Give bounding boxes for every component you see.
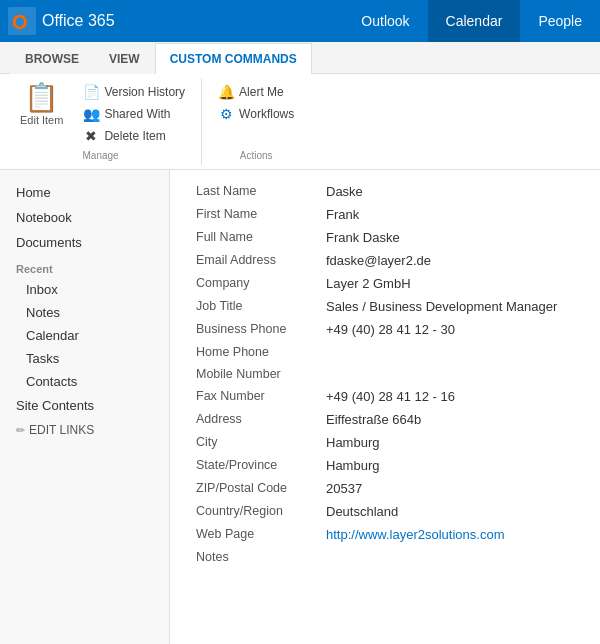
sidebar-item-inbox[interactable]: Inbox	[0, 278, 169, 301]
contact-row: Mobile Number	[190, 363, 580, 385]
nav-people[interactable]: People	[520, 0, 600, 42]
contact-row: Notes	[190, 546, 580, 568]
contact-field-label: Mobile Number	[190, 363, 320, 385]
top-nav-items: Outlook Calendar People	[343, 0, 600, 42]
pencil-icon: ✏	[16, 424, 25, 437]
ribbon-group-actions: 🔔 Alert Me ⚙ Workflows Actions	[202, 78, 310, 165]
contact-field-value: Frank Daske	[320, 226, 580, 249]
contact-field-label: Company	[190, 272, 320, 295]
manage-actions: 📄 Version History 👥 Shared With ✖ Delete…	[79, 82, 189, 146]
contact-row: ZIP/Postal Code20537	[190, 477, 580, 500]
contact-row: Web Pagehttp://www.layer2solutions.com	[190, 523, 580, 546]
contact-row: Home Phone	[190, 341, 580, 363]
contact-field-value[interactable]: http://www.layer2solutions.com	[320, 523, 580, 546]
contact-field-label: Fax Number	[190, 385, 320, 408]
alert-me-icon: 🔔	[218, 84, 234, 100]
contact-field-label: Country/Region	[190, 500, 320, 523]
contact-field-value: Frank	[320, 203, 580, 226]
sidebar-item-notes[interactable]: Notes	[0, 301, 169, 324]
contact-field-value: Layer 2 GmbH	[320, 272, 580, 295]
ribbon-tabs: BROWSE VIEW CUSTOM COMMANDS	[0, 42, 600, 74]
nav-calendar[interactable]: Calendar	[428, 0, 521, 42]
contact-field-value: Hamburg	[320, 431, 580, 454]
shared-with-button[interactable]: 👥 Shared With	[79, 104, 189, 124]
contact-field-value	[320, 546, 580, 568]
contact-field-value: Sales / Business Development Manager	[320, 295, 580, 318]
workflows-icon: ⚙	[218, 106, 234, 122]
contact-field-value: fdaske@layer2.de	[320, 249, 580, 272]
contact-row: CityHamburg	[190, 431, 580, 454]
sidebar-item-notebook[interactable]: Notebook	[0, 205, 169, 230]
version-history-button[interactable]: 📄 Version History	[79, 82, 189, 102]
edit-links-label: EDIT LINKS	[29, 423, 94, 437]
actions-label: Actions	[214, 146, 298, 161]
contact-field-value: Hamburg	[320, 454, 580, 477]
contact-field-label: First Name	[190, 203, 320, 226]
contact-field-value: 20537	[320, 477, 580, 500]
contact-row: Country/RegionDeutschland	[190, 500, 580, 523]
contact-field-label: City	[190, 431, 320, 454]
app-brand: O Office 365	[0, 7, 115, 35]
contact-field-label: Last Name	[190, 180, 320, 203]
sidebar-item-home[interactable]: Home	[0, 180, 169, 205]
sidebar: Home Notebook Documents Recent Inbox Not…	[0, 170, 170, 644]
contact-row: State/ProvinceHamburg	[190, 454, 580, 477]
manage-label: Manage	[12, 146, 189, 161]
contact-field-label: ZIP/Postal Code	[190, 477, 320, 500]
contact-field-value: Deutschland	[320, 500, 580, 523]
main-layout: Home Notebook Documents Recent Inbox Not…	[0, 170, 600, 644]
contact-field-label: Home Phone	[190, 341, 320, 363]
contact-row: Email Addressfdaske@layer2.de	[190, 249, 580, 272]
contact-row: AddressEiffestraße 664b	[190, 408, 580, 431]
contact-row: Full NameFrank Daske	[190, 226, 580, 249]
alert-me-button[interactable]: 🔔 Alert Me	[214, 82, 298, 102]
sidebar-recent-label: Recent	[0, 255, 169, 278]
ribbon-group-manage: 📋 Edit Item 📄 Version History 👥 Shared W…	[0, 78, 202, 165]
actions-content: 🔔 Alert Me ⚙ Workflows	[214, 82, 298, 146]
tab-view[interactable]: VIEW	[94, 43, 155, 74]
svg-text:O: O	[12, 11, 28, 33]
sidebar-item-documents[interactable]: Documents	[0, 230, 169, 255]
contact-field-label: Address	[190, 408, 320, 431]
delete-item-icon: ✖	[83, 128, 99, 144]
contact-table: Last NameDaskeFirst NameFrankFull NameFr…	[190, 180, 580, 568]
contact-field-value: +49 (40) 28 41 12 - 16	[320, 385, 580, 408]
contact-field-label: Web Page	[190, 523, 320, 546]
contact-field-label: Full Name	[190, 226, 320, 249]
contact-field-value	[320, 363, 580, 385]
contact-field-value	[320, 341, 580, 363]
contact-field-value: +49 (40) 28 41 12 - 30	[320, 318, 580, 341]
office-logo: O	[8, 7, 36, 35]
delete-item-button[interactable]: ✖ Delete Item	[79, 126, 189, 146]
top-nav: O Office 365 Outlook Calendar People	[0, 0, 600, 42]
contact-field-label: Business Phone	[190, 318, 320, 341]
sidebar-item-site-contents[interactable]: Site Contents	[0, 393, 169, 418]
contact-field-label: Job Title	[190, 295, 320, 318]
nav-outlook[interactable]: Outlook	[343, 0, 427, 42]
contact-field-label: State/Province	[190, 454, 320, 477]
sidebar-item-calendar[interactable]: Calendar	[0, 324, 169, 347]
contact-field-value: Eiffestraße 664b	[320, 408, 580, 431]
ribbon-content: 📋 Edit Item 📄 Version History 👥 Shared W…	[0, 74, 600, 170]
app-title: Office 365	[42, 12, 115, 30]
sidebar-item-contacts[interactable]: Contacts	[0, 370, 169, 393]
shared-with-icon: 👥	[83, 106, 99, 122]
edit-links-button[interactable]: ✏ EDIT LINKS	[0, 418, 169, 442]
sidebar-item-tasks[interactable]: Tasks	[0, 347, 169, 370]
tab-browse[interactable]: BROWSE	[10, 43, 94, 74]
contact-row: Job TitleSales / Business Development Ma…	[190, 295, 580, 318]
contact-field-label: Notes	[190, 546, 320, 568]
contact-row: Fax Number+49 (40) 28 41 12 - 16	[190, 385, 580, 408]
edit-item-button[interactable]: 📋 Edit Item	[12, 82, 71, 128]
contact-row: First NameFrank	[190, 203, 580, 226]
contact-row: CompanyLayer 2 GmbH	[190, 272, 580, 295]
edit-item-label: Edit Item	[20, 114, 63, 126]
workflows-button[interactable]: ⚙ Workflows	[214, 104, 298, 124]
contact-detail: Last NameDaskeFirst NameFrankFull NameFr…	[170, 170, 600, 644]
contact-row: Last NameDaske	[190, 180, 580, 203]
version-history-icon: 📄	[83, 84, 99, 100]
contact-field-label: Email Address	[190, 249, 320, 272]
contact-field-value: Daske	[320, 180, 580, 203]
tab-custom-commands[interactable]: CUSTOM COMMANDS	[155, 43, 312, 74]
edit-item-icon: 📋	[24, 84, 59, 112]
